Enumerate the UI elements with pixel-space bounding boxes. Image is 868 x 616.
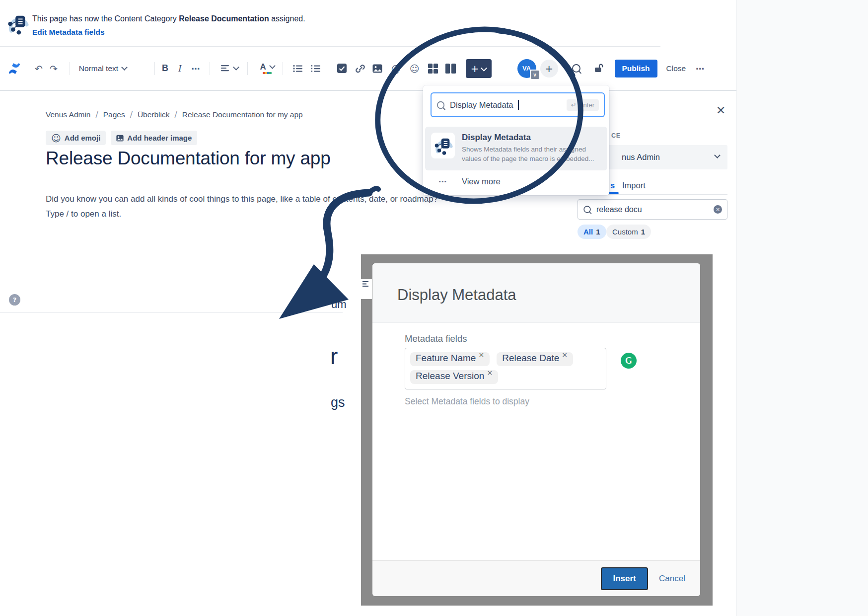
toolbar-divider [328,62,328,75]
link-icon[interactable] [355,64,365,74]
breadcrumb-separator [175,110,177,119]
macro-search-value: Display Metadata [450,100,513,110]
editor-text-fragment: r [330,343,338,370]
page-title[interactable]: Release Documentation for my app [46,148,331,169]
right-background-strip [736,0,868,616]
metadata-fields-multiselect[interactable]: Feature Name Release Date Release Versio… [405,348,606,389]
undo-icon[interactable] [35,63,43,74]
unlock-icon[interactable] [593,63,604,74]
text-color-dropdown[interactable]: A [260,63,274,74]
macro-result-description: Shows Metadata fields and their assigned… [462,145,594,163]
magnifier-icon [583,206,590,213]
macro-result-icon-tile [431,133,455,158]
text-style-label: Normal text [79,64,118,73]
field-tag: Feature Name [410,352,490,366]
search-icon[interactable] [572,64,580,73]
sidebar-search-input[interactable]: release docu [578,199,727,220]
text-align-dropdown[interactable] [221,65,238,73]
editor-toolbar: Normal text B I A VA v [0,47,736,91]
add-emoji-button[interactable]: Add emoji [46,131,106,145]
clear-search-icon[interactable] [714,205,722,214]
breadcrumb-item[interactable]: Release Documentation for my app [182,110,303,119]
breadcrumb-separator [95,110,98,119]
insert-image-icon[interactable] [372,64,382,73]
text-cursor [518,100,519,110]
macro-search-input[interactable]: Display Metadata Enter [431,92,605,117]
emoji-icon[interactable] [410,63,420,74]
color-bar-icon [263,72,272,74]
space-select-value: nus Admin [622,153,660,162]
bullet-list-icon[interactable] [293,65,303,73]
publish-button[interactable]: Publish [615,60,657,77]
chevron-down-icon [481,65,488,72]
dialog-helper-text: Select Metadata fields to display [405,396,529,407]
editor-text-fragment: gs [331,395,345,410]
magnifier-icon [572,64,580,73]
banner-message: This page has now the Content Category R… [32,14,305,23]
more-formatting-icon[interactable] [191,64,200,74]
result-desc-line-1: Shows Metadata fields and their assigned [462,145,594,154]
remove-tag-icon[interactable] [562,351,568,359]
table-icon[interactable] [428,64,438,74]
dialog-title: Display Metadata [397,286,516,304]
remove-tag-icon[interactable] [487,369,493,377]
layouts-icon[interactable] [445,64,456,74]
filter-pill-all[interactable]: All 1 [578,225,606,239]
task-checkbox-icon[interactable] [337,64,347,73]
cancel-button[interactable]: Cancel [659,574,685,584]
avatar[interactable]: VA v [517,59,536,78]
view-more-label: View more [462,177,501,186]
toolbar-divider [154,62,155,75]
breadcrumb-item[interactable]: Überblick [138,110,170,119]
toolbar-divider [247,62,248,75]
macro-result-title: Display Metadata [462,133,594,143]
align-icon-fragment [362,281,369,287]
breadcrumb-item[interactable]: Venus Admin [46,110,90,119]
more-options-icon[interactable] [696,64,704,74]
sidebar-close-icon[interactable] [716,104,725,117]
toolbar-divider [70,62,70,75]
add-header-image-button[interactable]: Add header image [111,131,197,145]
image-icon [116,135,124,142]
content-category-banner: This page has now the Content Category R… [0,0,736,47]
breadcrumb: Venus Admin Pages Überblick Release Docu… [46,110,303,119]
metadata-app-icon [433,136,453,155]
pill-custom-label: Custom [612,228,638,236]
chevron-down-icon [269,63,276,69]
invite-collaborator-button[interactable] [540,60,558,77]
grammarly-badge-icon: G [621,353,637,369]
result-desc-line-2: values of the page the macro is embedded… [462,154,594,163]
close-button[interactable]: Close [666,64,686,73]
field-tag: Release Version [410,370,498,384]
filter-pill-custom[interactable]: Custom 1 [606,225,651,239]
banner-message-prefix: This page has now the Content Category [32,14,179,23]
insert-element-button[interactable] [466,59,492,78]
display-metadata-dialog: Display Metadata Metadata fields Feature… [372,263,700,596]
ellipsis-icon [438,177,446,186]
add-header-image-label: Add header image [127,134,192,142]
view-more-item[interactable]: View more [423,173,609,193]
page-body[interactable]: Did you know you can add all kinds of co… [46,192,507,222]
chevron-down-icon [233,64,240,71]
banner-message-suffix: assigned. [269,14,305,23]
field-tag-label: Release Date [502,353,559,364]
numbered-list-icon[interactable] [311,65,321,73]
sidebar-active-tab-fragment[interactable]: s [610,181,615,190]
redo-icon[interactable] [50,63,58,74]
sidebar-tab-import[interactable]: Import [622,181,646,190]
macro-result-display-metadata[interactable]: Display Metadata Shows Metadata fields a… [425,127,607,170]
text-style-dropdown[interactable]: Normal text [79,64,127,73]
italic-button[interactable]: I [178,63,181,74]
insert-button[interactable]: Insert [601,567,648,590]
body-line-2: Type / to open a list. [46,207,507,222]
breadcrumb-item[interactable]: Pages [103,110,125,119]
mention-icon[interactable] [391,63,401,74]
help-icon[interactable] [9,294,20,306]
bold-button[interactable]: B [162,63,168,74]
chevron-down-icon [121,64,128,71]
edit-metadata-fields-link[interactable]: Edit Metadata fields [32,28,105,37]
avatar-presence-badge: v [530,70,540,80]
remove-tag-icon[interactable] [478,351,484,359]
metadata-app-icon [6,12,29,35]
return-key-icon [571,101,577,109]
